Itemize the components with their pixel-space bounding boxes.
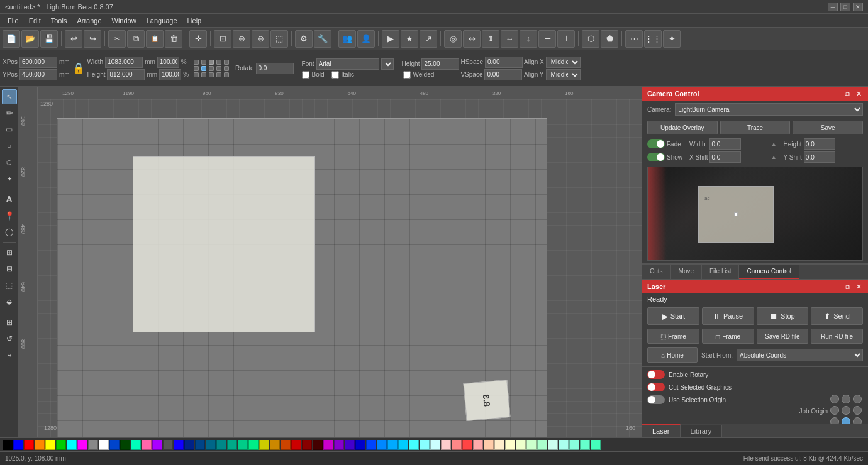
origin-ml[interactable] bbox=[830, 406, 839, 415]
poly-tool[interactable]: ⬡ bbox=[2, 155, 17, 170]
color-indigo[interactable] bbox=[174, 440, 184, 450]
color-white2[interactable] bbox=[430, 440, 440, 450]
show-toggle[interactable] bbox=[647, 153, 665, 161]
laser-panel-float[interactable]: ⧉ bbox=[843, 282, 852, 291]
rect-tool[interactable]: ▭ bbox=[2, 122, 17, 137]
frame-tool[interactable]: ⬚ bbox=[2, 278, 17, 293]
minimize-button[interactable]: ─ bbox=[828, 3, 838, 11]
tools2-button[interactable]: 🔧 bbox=[314, 30, 331, 48]
text-tool[interactable]: A bbox=[2, 192, 17, 207]
vspace-input[interactable] bbox=[484, 69, 522, 80]
color-aqua2[interactable] bbox=[580, 440, 590, 450]
send-button[interactable]: ⬆ Send bbox=[811, 307, 863, 325]
color-crimson[interactable] bbox=[291, 440, 301, 450]
font-select[interactable]: ▼ bbox=[381, 58, 394, 70]
enable-rotary-toggle[interactable] bbox=[647, 370, 665, 379]
cam-width-spinner-up[interactable]: ▲ bbox=[771, 141, 777, 147]
cam-width-input[interactable] bbox=[709, 138, 741, 150]
color-white[interactable] bbox=[99, 440, 109, 450]
font-input[interactable] bbox=[316, 58, 379, 70]
color-ltgrn2[interactable] bbox=[526, 440, 537, 450]
origin-bc[interactable] bbox=[842, 417, 850, 424]
rotary-tool[interactable]: ↺ bbox=[2, 331, 17, 346]
color-dkblue[interactable] bbox=[355, 440, 365, 450]
dot-mc[interactable] bbox=[201, 66, 206, 71]
ypos-input[interactable] bbox=[19, 69, 57, 80]
menu-tools[interactable]: Tools bbox=[46, 16, 72, 26]
menu-arrange[interactable]: Arrange bbox=[72, 16, 106, 26]
origin-br[interactable] bbox=[853, 417, 862, 424]
menu-file[interactable]: File bbox=[3, 16, 24, 26]
color-emerald[interactable] bbox=[227, 440, 237, 450]
run-rd-button[interactable]: Run RD file bbox=[811, 329, 863, 344]
camera-panel-close[interactable]: ✕ bbox=[854, 89, 863, 98]
color-ltcyan[interactable] bbox=[409, 440, 419, 450]
cut-button[interactable]: ✂ bbox=[108, 30, 126, 48]
cam-height-spinner[interactable]: ▲ bbox=[771, 154, 777, 160]
save-button-cam[interactable]: Save bbox=[793, 121, 863, 134]
width-input[interactable] bbox=[105, 57, 143, 68]
xpos-input[interactable] bbox=[19, 57, 57, 68]
stop-button[interactable]: ⏹ Stop bbox=[757, 307, 809, 325]
undo-button[interactable]: ↩ bbox=[65, 30, 82, 48]
dot-tl[interactable] bbox=[194, 60, 199, 65]
width-pct-input[interactable] bbox=[157, 57, 179, 68]
laser-panel-close[interactable]: ✕ bbox=[854, 282, 863, 291]
layers-tool[interactable]: ⊞ bbox=[2, 245, 17, 260]
color-ltylw[interactable] bbox=[505, 440, 515, 450]
color-blue3[interactable] bbox=[377, 440, 387, 450]
color-magenta[interactable] bbox=[77, 440, 87, 450]
color-blue[interactable] bbox=[13, 440, 23, 450]
space-v-button[interactable]: ↕ bbox=[520, 30, 537, 48]
save-rd-button[interactable]: Save RD file bbox=[757, 329, 809, 344]
align-center-button[interactable]: ⊥ bbox=[557, 30, 575, 48]
rotate-input[interactable] bbox=[256, 63, 294, 74]
italic-checkbox[interactable] bbox=[331, 71, 339, 79]
origin-mr[interactable] bbox=[853, 406, 862, 415]
circle-button[interactable]: ◎ bbox=[444, 30, 462, 48]
camera-panel-float[interactable]: ⧉ bbox=[843, 89, 852, 98]
home-button[interactable]: ⌂ Home bbox=[647, 347, 698, 363]
distribute-h-button[interactable]: ⇔ bbox=[463, 30, 481, 48]
origin-bl[interactable] bbox=[830, 417, 839, 424]
extra2-button[interactable]: ⋮⋮ bbox=[644, 30, 662, 48]
camera-select[interactable]: LightBurn Camera bbox=[675, 103, 863, 116]
circle-tool[interactable]: ○ bbox=[2, 138, 17, 153]
paste-button[interactable]: 📋 bbox=[146, 30, 164, 48]
color-coral[interactable] bbox=[462, 440, 472, 450]
color-navy[interactable] bbox=[109, 440, 120, 450]
lock-icon[interactable]: 🔒 bbox=[71, 62, 86, 74]
dot-tr[interactable] bbox=[209, 60, 214, 65]
height-input[interactable] bbox=[107, 69, 145, 80]
cam-height-input[interactable] bbox=[804, 138, 835, 150]
save-button[interactable]: 💾 bbox=[40, 30, 58, 48]
bold-checkbox[interactable] bbox=[302, 71, 309, 79]
color-blue2[interactable] bbox=[366, 440, 376, 450]
color-ltgrn[interactable] bbox=[516, 440, 526, 450]
align-left-button[interactable]: ⊢ bbox=[538, 30, 556, 48]
trace-button[interactable]: ▶ bbox=[382, 30, 399, 48]
node-button[interactable]: ⬡ bbox=[582, 30, 599, 48]
add-button[interactable]: ✛ bbox=[189, 30, 207, 48]
extra1-button[interactable]: ⋯ bbox=[625, 30, 643, 48]
open-button[interactable]: 📂 bbox=[21, 30, 39, 48]
color-dkgreen[interactable] bbox=[120, 440, 130, 450]
star-tool[interactable]: ✦ bbox=[2, 171, 17, 186]
origin-tc[interactable] bbox=[842, 395, 850, 403]
ungroup-button[interactable]: 👤 bbox=[357, 30, 375, 48]
redo-button[interactable]: ↪ bbox=[84, 30, 101, 48]
color-cyan[interactable] bbox=[67, 440, 77, 450]
color-violet2[interactable] bbox=[345, 440, 355, 450]
color-cream[interactable] bbox=[494, 440, 504, 450]
star-button[interactable]: ★ bbox=[401, 30, 418, 48]
tab-library-bottom[interactable]: Library bbox=[681, 425, 723, 437]
color-ltmint[interactable] bbox=[537, 440, 547, 450]
trace-button-cam[interactable]: Trace bbox=[720, 121, 791, 134]
draw-tool[interactable]: ✏ bbox=[2, 106, 17, 121]
move-pts-button[interactable]: ⬟ bbox=[601, 30, 618, 48]
tab-laser-bottom[interactable]: Laser bbox=[642, 424, 681, 437]
color-mint[interactable] bbox=[248, 440, 259, 450]
zoom-fit-button[interactable]: ⊡ bbox=[214, 30, 231, 48]
align-x-select[interactable]: Middle bbox=[546, 57, 581, 68]
color-aqua3[interactable] bbox=[591, 440, 601, 450]
